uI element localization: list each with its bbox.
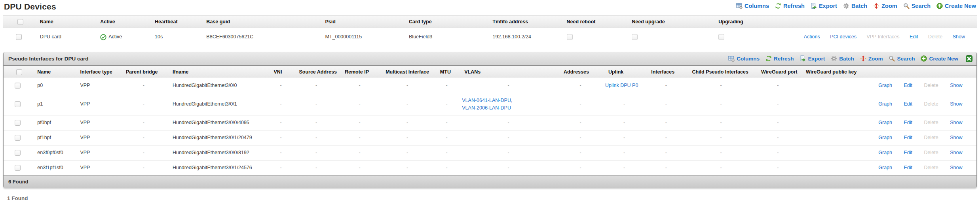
close-panel-button[interactable] (966, 55, 972, 62)
cell-source-address: - (293, 115, 339, 130)
graph-link[interactable]: Graph (878, 120, 892, 125)
batch-button[interactable]: Batch (831, 55, 854, 62)
col-header-addresses: Addresses (558, 66, 603, 78)
edit-link[interactable]: Edit (904, 101, 913, 107)
row-checkbox[interactable] (15, 83, 21, 89)
dpu-devices-table: Name Active Heartbeat Base guid Psid Car… (3, 15, 977, 46)
actions-link[interactable]: Actions (804, 34, 820, 40)
edit-link[interactable]: Edit (904, 135, 913, 140)
row-checkbox[interactable] (16, 34, 22, 40)
active-status: Active (100, 33, 147, 41)
edit-link[interactable]: Edit (904, 165, 913, 170)
plus-circle-icon (921, 55, 927, 62)
edit-link[interactable]: Edit (904, 120, 913, 125)
graph-link[interactable]: Graph (878, 101, 892, 107)
graph-link[interactable]: Graph (878, 165, 892, 170)
export-button[interactable]: Export (811, 3, 837, 9)
cell-mtu: - (435, 145, 459, 160)
device-psid: MT_0000001115 (319, 28, 403, 46)
create-new-button[interactable]: Create New (936, 3, 976, 9)
device-heartbeat: 10s (149, 28, 201, 46)
cell-addresses: - (558, 145, 603, 160)
row-checkbox[interactable] (15, 150, 21, 156)
cell-vni: - (268, 145, 294, 160)
cell-ifname: HundredGigabitEthernet3/0/0/4095 (167, 115, 268, 130)
delete-link: Delete (924, 83, 938, 88)
cell-uplink: - (603, 130, 646, 145)
cell-uplink: - (603, 160, 646, 175)
cell-ifname: HundredGigabitEthernet3/0/1/20479 (167, 130, 268, 145)
cell-remote-ip: - (339, 145, 380, 160)
row-checkbox[interactable] (15, 101, 21, 107)
export-button[interactable]: Export (800, 55, 825, 62)
cell-vlans: - (459, 145, 558, 160)
page: DPU Devices Columns Refresh Export Batch… (0, 0, 980, 201)
col-header-vlans: VLANs (459, 66, 558, 78)
cell-multicast-interface: - (380, 160, 435, 175)
resize-vertical-icon (860, 55, 866, 62)
cell-child-pseudo-interfaces: - (686, 145, 756, 160)
select-all-checkbox[interactable] (16, 69, 22, 75)
cell-addresses: - (558, 160, 603, 175)
cell-multicast-interface: - (380, 93, 435, 115)
edit-link[interactable]: Edit (904, 150, 913, 155)
device-tmfifo-address: 192.168.100.2/24 (487, 28, 561, 46)
col-header-base-guid: Base guid (201, 16, 319, 28)
row-checkbox[interactable] (15, 135, 21, 141)
upgrading-checkbox[interactable] (718, 34, 724, 40)
col-header-ifname: Ifname (167, 66, 268, 78)
graph-link[interactable]: Graph (878, 150, 892, 155)
pci-devices-link[interactable]: PCI devices (830, 34, 857, 40)
vlan-link[interactable]: VLAN-0641-LAN-DPU, (461, 97, 556, 104)
graph-link[interactable]: Graph (878, 83, 892, 88)
create-new-button[interactable]: Create New (921, 55, 958, 62)
vlans-empty: - (508, 83, 509, 88)
show-link[interactable]: Show (950, 150, 962, 155)
cell-wireguard-public-key (800, 93, 862, 115)
pseudo-interfaces-table: Name Interface type Parent bridge Ifname… (4, 66, 976, 175)
cell-interface-type: VPP (74, 115, 120, 130)
show-link[interactable]: Show (950, 165, 962, 170)
cell-parent-bridge: - (120, 115, 167, 130)
edit-link[interactable]: Edit (904, 83, 913, 88)
pseudo-interface-row: en3f0pf0sf0 VPP - HundredGigabitEthernet… (4, 145, 976, 160)
search-button[interactable]: Search (903, 3, 931, 9)
uplink-link[interactable]: Uplink DPU P0 (605, 82, 643, 89)
show-link[interactable]: Show (950, 135, 962, 140)
columns-button[interactable]: Columns (736, 3, 769, 9)
cell-mtu: - (435, 78, 459, 93)
graph-link[interactable]: Graph (878, 135, 892, 140)
col-header-need-reboot: Need reboot (561, 16, 627, 28)
cell-vni: - (268, 93, 294, 115)
show-link[interactable]: Show (950, 83, 962, 88)
show-link[interactable]: Show (950, 120, 962, 125)
show-link[interactable]: Show (950, 101, 962, 107)
refresh-button[interactable]: Refresh (775, 3, 805, 9)
batch-button[interactable]: Batch (843, 3, 867, 9)
cell-name: p0 (32, 78, 74, 93)
need-upgrade-checkbox[interactable] (632, 34, 638, 40)
vlan-link[interactable]: VLAN-2006-LAN-DPU (461, 104, 556, 112)
row-checkbox[interactable] (15, 120, 21, 126)
row-checkbox[interactable] (15, 165, 21, 171)
cell-source-address: - (293, 130, 339, 145)
col-header-tmfifo: Tmfifo address (487, 16, 561, 28)
cell-mtu: - (435, 130, 459, 145)
cell-name: pf1hpf (32, 130, 74, 145)
zoom-button[interactable]: Zoom (860, 55, 883, 62)
show-link[interactable]: Show (953, 34, 965, 40)
zoom-button[interactable]: Zoom (873, 3, 897, 9)
cell-name: pf0hpf (32, 115, 74, 130)
cell-child-pseudo-interfaces: - (686, 93, 756, 115)
select-all-checkbox[interactable] (17, 19, 23, 25)
devices-found-count: 1 Found (7, 195, 977, 201)
cell-wireguard-port: - (756, 93, 800, 115)
cell-mtu: - (435, 160, 459, 175)
device-name: DPU card (34, 28, 95, 46)
need-reboot-checkbox[interactable] (567, 34, 573, 40)
cell-interface-type: VPP (74, 78, 120, 93)
refresh-button[interactable]: Refresh (765, 55, 794, 62)
edit-link[interactable]: Edit (910, 34, 918, 40)
columns-button[interactable]: Columns (728, 55, 760, 62)
search-button[interactable]: Search (889, 55, 915, 62)
